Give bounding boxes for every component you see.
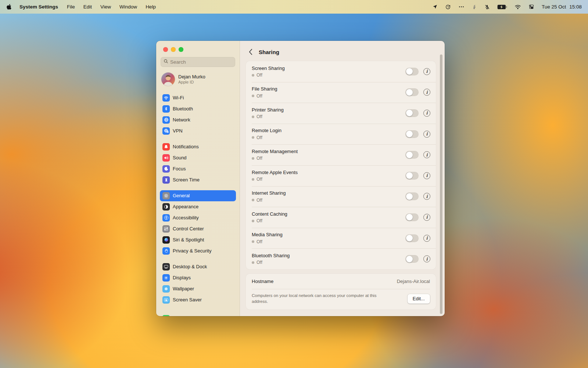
- sidebar-item-label: General: [173, 193, 190, 198]
- menu-edit[interactable]: Edit: [83, 4, 92, 10]
- appearance-contrast-icon: [162, 203, 170, 210]
- info-icon[interactable]: i: [423, 68, 430, 75]
- sidebar-item-sound[interactable]: Sound: [160, 152, 236, 163]
- status-dot: [252, 157, 254, 160]
- siri-orb-icon: [162, 236, 170, 244]
- ellipsis-icon[interactable]: [458, 4, 465, 10]
- close-button[interactable]: [163, 47, 168, 52]
- app-squiggle-icon[interactable]: [472, 4, 477, 10]
- status-text: Off: [257, 114, 262, 119]
- menubar-time: 15:08: [569, 4, 582, 10]
- info-icon[interactable]: i: [423, 193, 430, 200]
- status-dot: [252, 116, 254, 118]
- battery-icon-clipped: [162, 315, 170, 316]
- sidebar-item-network[interactable]: Network: [160, 114, 236, 125]
- edit-hostname-button[interactable]: Edit...: [408, 294, 430, 304]
- info-icon[interactable]: i: [423, 89, 430, 96]
- desktop-dock-icon: [162, 263, 170, 270]
- location-icon[interactable]: [432, 4, 438, 10]
- sidebar-item-accessibility[interactable]: Accessibility: [160, 212, 236, 223]
- sidebar-item-wallpaper[interactable]: Wallpaper: [160, 283, 236, 294]
- sidebar-item-label: Siri & Spotlight: [173, 237, 204, 243]
- status-dot: [252, 178, 254, 181]
- sidebar-item-privacy-security[interactable]: Privacy & Security: [160, 245, 236, 256]
- mic-muted-icon[interactable]: [484, 4, 490, 10]
- sidebar-item-wifi[interactable]: Wi-Fi: [160, 92, 236, 103]
- toggle-switch-off[interactable]: [405, 255, 419, 263]
- info-icon[interactable]: i: [423, 214, 430, 221]
- info-icon[interactable]: i: [423, 172, 430, 179]
- sidebar-item-notifications[interactable]: Notifications: [160, 141, 236, 152]
- sharing-row: Printer Sharing Off i: [246, 103, 436, 124]
- sidebar-item-control-center[interactable]: Control Center: [160, 223, 236, 234]
- sharing-list: Screen Sharing Off i File Sharing Off i …: [246, 61, 436, 269]
- hostname-label: Hostname: [252, 279, 273, 284]
- search-field[interactable]: [161, 57, 235, 67]
- sidebar-item-general[interactable]: General: [160, 190, 236, 201]
- sharing-row: Screen Sharing Off i: [246, 61, 436, 82]
- menubar-date: Tue 25 Oct: [542, 4, 566, 10]
- toggle-switch-off[interactable]: [405, 68, 419, 75]
- search-icon: [164, 59, 168, 65]
- sharing-service-label: File Sharing: [252, 86, 405, 92]
- wifi-icon[interactable]: [514, 4, 521, 10]
- menu-window[interactable]: Window: [119, 4, 137, 10]
- sidebar-item-label: Screen Saver: [173, 297, 202, 302]
- menubar-clock[interactable]: Tue 25 Oct 15:08: [542, 4, 582, 10]
- menu-file[interactable]: File: [67, 4, 75, 10]
- screen-time-hourglass-icon: [162, 176, 170, 184]
- sharing-service-label: Content Caching: [252, 211, 405, 217]
- sound-speaker-icon: [162, 154, 170, 162]
- status-text: Off: [257, 93, 262, 99]
- info-icon[interactable]: i: [423, 151, 430, 158]
- sidebar-item-bluetooth[interactable]: Bluetooth: [160, 103, 236, 114]
- time-machine-icon[interactable]: [445, 4, 451, 10]
- sidebar-item-label: Privacy & Security: [173, 248, 211, 254]
- control-center-toggles-icon: [162, 225, 170, 233]
- toggle-switch-off[interactable]: [405, 130, 419, 138]
- sidebar-item-focus[interactable]: Focus: [160, 163, 236, 174]
- zoom-button[interactable]: [179, 47, 183, 52]
- sidebar-item-screen-saver[interactable]: Screen Saver: [160, 294, 236, 305]
- toggle-switch-off[interactable]: [405, 213, 419, 221]
- status-text: Off: [257, 72, 262, 78]
- window-controls: [156, 41, 240, 52]
- sidebar-item-siri-spotlight[interactable]: Siri & Spotlight: [160, 234, 236, 245]
- info-icon[interactable]: i: [423, 110, 430, 117]
- info-icon[interactable]: i: [423, 255, 430, 262]
- menubar-app-name[interactable]: System Settings: [19, 4, 58, 10]
- toggle-switch-off[interactable]: [405, 172, 419, 180]
- sidebar-item-desktop-dock[interactable]: Desktop & Dock: [160, 261, 236, 272]
- info-icon[interactable]: i: [423, 131, 430, 138]
- profile-name: Dejan Murko: [178, 74, 205, 79]
- info-icon[interactable]: i: [423, 235, 430, 242]
- control-center-icon[interactable]: [528, 4, 534, 10]
- sidebar-item-displays[interactable]: Displays: [160, 272, 236, 283]
- sidebar-item-label: Desktop & Dock: [173, 264, 207, 269]
- sidebar-item-vpn[interactable]: VPN: [160, 125, 236, 137]
- status-dot: [252, 95, 254, 97]
- screen-saver-icon: [162, 296, 170, 304]
- toggle-switch-off[interactable]: [405, 151, 419, 159]
- sidebar-item-appearance[interactable]: Appearance: [160, 201, 236, 212]
- minimize-button[interactable]: [171, 47, 176, 52]
- toggle-switch-off[interactable]: [405, 109, 419, 117]
- menu-view[interactable]: View: [100, 4, 111, 10]
- toggle-switch-off[interactable]: [405, 234, 419, 242]
- status-dot: [252, 261, 254, 264]
- sharing-service-label: Remote Management: [252, 149, 405, 154]
- back-button[interactable]: [248, 49, 252, 55]
- sidebar-item-label: Control Center: [173, 226, 204, 231]
- search-input[interactable]: [170, 59, 232, 65]
- battery-charging-icon[interactable]: [497, 4, 507, 10]
- toggle-switch-off[interactable]: [405, 88, 419, 96]
- apple-menu-icon[interactable]: [6, 4, 12, 10]
- menu-help[interactable]: Help: [146, 4, 156, 10]
- status-text: Off: [257, 239, 262, 244]
- avatar: [161, 72, 175, 86]
- toggle-switch-off[interactable]: [405, 192, 419, 200]
- scrollbar-thumb[interactable]: [440, 54, 442, 314]
- sidebar-item-label: Sound: [173, 155, 187, 160]
- apple-id-profile[interactable]: Dejan Murko Apple ID: [161, 72, 235, 86]
- sidebar-item-screen-time[interactable]: Screen Time: [160, 174, 236, 185]
